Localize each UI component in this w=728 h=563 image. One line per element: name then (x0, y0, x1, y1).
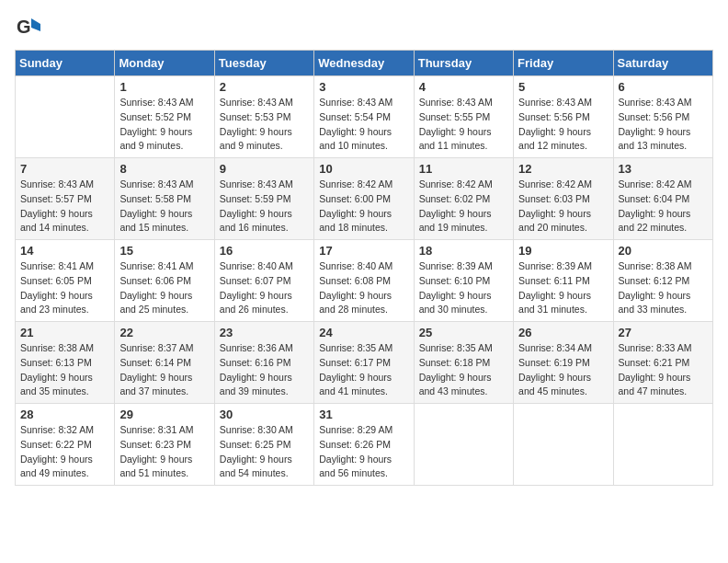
day-info: Sunrise: 8:42 AMSunset: 6:02 PMDaylight:… (419, 178, 508, 236)
day-number: 9 (220, 162, 309, 176)
calendar-cell: 4Sunrise: 8:43 AMSunset: 5:55 PMDaylight… (414, 76, 513, 158)
day-info: Sunrise: 8:38 AMSunset: 6:13 PMDaylight:… (20, 341, 109, 399)
calendar-cell: 25Sunrise: 8:35 AMSunset: 6:18 PMDayligh… (414, 322, 513, 404)
calendar-cell: 1Sunrise: 8:43 AMSunset: 5:52 PMDaylight… (115, 76, 214, 158)
day-number: 17 (319, 244, 408, 258)
day-info: Sunrise: 8:43 AMSunset: 5:58 PMDaylight:… (119, 178, 209, 236)
calendar-cell: 13Sunrise: 8:42 AMSunset: 6:04 PMDayligh… (613, 158, 712, 240)
day-number: 8 (119, 162, 209, 176)
day-info: Sunrise: 8:39 AMSunset: 6:11 PMDaylight:… (518, 259, 608, 317)
calendar-cell: 9Sunrise: 8:43 AMSunset: 5:59 PMDaylight… (214, 158, 313, 240)
day-number: 3 (319, 80, 408, 94)
day-number: 6 (619, 80, 708, 94)
calendar-cell: 30Sunrise: 8:30 AMSunset: 6:25 PMDayligh… (214, 404, 313, 486)
day-info: Sunrise: 8:40 AMSunset: 6:08 PMDaylight:… (319, 259, 408, 317)
calendar-cell: 23Sunrise: 8:36 AMSunset: 6:16 PMDayligh… (214, 322, 313, 404)
day-info: Sunrise: 8:43 AMSunset: 5:52 PMDaylight:… (119, 96, 209, 154)
day-info: Sunrise: 8:42 AMSunset: 6:04 PMDaylight:… (619, 178, 708, 236)
calendar-cell: 19Sunrise: 8:39 AMSunset: 6:11 PMDayligh… (514, 240, 613, 322)
svg-text:G: G (17, 17, 31, 37)
day-info: Sunrise: 8:42 AMSunset: 6:03 PMDaylight:… (518, 178, 608, 236)
day-number: 1 (119, 80, 209, 94)
calendar-cell: 21Sunrise: 8:38 AMSunset: 6:13 PMDayligh… (16, 322, 115, 404)
day-number: 16 (220, 244, 309, 258)
calendar-cell: 17Sunrise: 8:40 AMSunset: 6:08 PMDayligh… (314, 240, 414, 322)
day-info: Sunrise: 8:41 AMSunset: 6:06 PMDaylight:… (119, 259, 209, 317)
day-number: 24 (319, 326, 408, 339)
calendar-cell: 12Sunrise: 8:42 AMSunset: 6:03 PMDayligh… (514, 158, 613, 240)
calendar-cell (16, 76, 115, 158)
day-header-saturday: Saturday (613, 51, 712, 76)
calendar-cell: 10Sunrise: 8:42 AMSunset: 6:00 PMDayligh… (314, 158, 414, 240)
day-number: 11 (419, 162, 508, 176)
calendar-cell: 16Sunrise: 8:40 AMSunset: 6:07 PMDayligh… (214, 240, 313, 322)
day-number: 22 (119, 326, 209, 339)
day-info: Sunrise: 8:43 AMSunset: 5:54 PMDaylight:… (319, 96, 408, 154)
day-info: Sunrise: 8:43 AMSunset: 5:56 PMDaylight:… (518, 96, 608, 154)
day-number: 14 (20, 244, 109, 258)
day-info: Sunrise: 8:38 AMSunset: 6:12 PMDaylight:… (619, 259, 708, 317)
day-number: 20 (619, 244, 708, 258)
day-info: Sunrise: 8:43 AMSunset: 5:59 PMDaylight:… (220, 178, 309, 236)
day-info: Sunrise: 8:31 AMSunset: 6:23 PMDaylight:… (119, 423, 209, 481)
calendar-week-row: 28Sunrise: 8:32 AMSunset: 6:22 PMDayligh… (16, 404, 713, 486)
calendar-cell (414, 404, 513, 486)
day-number: 27 (619, 326, 708, 339)
day-info: Sunrise: 8:29 AMSunset: 6:26 PMDaylight:… (319, 423, 408, 481)
calendar-table: SundayMondayTuesdayWednesdayThursdayFrid… (15, 50, 713, 486)
day-info: Sunrise: 8:30 AMSunset: 6:25 PMDaylight:… (220, 423, 309, 481)
day-number: 2 (220, 80, 309, 94)
day-info: Sunrise: 8:33 AMSunset: 6:21 PMDaylight:… (619, 341, 708, 399)
day-info: Sunrise: 8:37 AMSunset: 6:14 PMDaylight:… (119, 341, 209, 399)
day-number: 18 (419, 244, 508, 258)
day-number: 21 (20, 326, 109, 339)
calendar-cell: 8Sunrise: 8:43 AMSunset: 5:58 PMDaylight… (115, 158, 214, 240)
day-number: 28 (20, 408, 109, 421)
day-number: 25 (419, 326, 508, 339)
calendar-header-row: SundayMondayTuesdayWednesdayThursdayFrid… (16, 51, 713, 76)
calendar-cell: 20Sunrise: 8:38 AMSunset: 6:12 PMDayligh… (613, 240, 712, 322)
calendar-cell: 22Sunrise: 8:37 AMSunset: 6:14 PMDayligh… (115, 322, 214, 404)
day-header-thursday: Thursday (414, 51, 513, 76)
day-info: Sunrise: 8:40 AMSunset: 6:07 PMDaylight:… (220, 259, 309, 317)
calendar-cell: 18Sunrise: 8:39 AMSunset: 6:10 PMDayligh… (414, 240, 513, 322)
day-number: 23 (220, 326, 309, 339)
calendar-cell: 27Sunrise: 8:33 AMSunset: 6:21 PMDayligh… (613, 322, 712, 404)
day-info: Sunrise: 8:32 AMSunset: 6:22 PMDaylight:… (20, 423, 109, 481)
calendar-cell: 28Sunrise: 8:32 AMSunset: 6:22 PMDayligh… (16, 404, 115, 486)
day-number: 13 (619, 162, 708, 176)
page-header: G (15, 15, 713, 40)
day-info: Sunrise: 8:34 AMSunset: 6:19 PMDaylight:… (518, 341, 608, 399)
day-info: Sunrise: 8:43 AMSunset: 5:55 PMDaylight:… (419, 96, 508, 154)
day-info: Sunrise: 8:41 AMSunset: 6:05 PMDaylight:… (20, 259, 109, 317)
calendar-week-row: 21Sunrise: 8:38 AMSunset: 6:13 PMDayligh… (16, 322, 713, 404)
day-header-wednesday: Wednesday (314, 51, 414, 76)
calendar-cell: 26Sunrise: 8:34 AMSunset: 6:19 PMDayligh… (514, 322, 613, 404)
day-number: 29 (119, 408, 209, 421)
day-number: 15 (119, 244, 209, 258)
day-number: 4 (419, 80, 508, 94)
day-number: 19 (518, 244, 608, 258)
day-info: Sunrise: 8:43 AMSunset: 5:56 PMDaylight:… (619, 96, 708, 154)
day-number: 5 (518, 80, 608, 94)
calendar-cell: 2Sunrise: 8:43 AMSunset: 5:53 PMDaylight… (214, 76, 313, 158)
logo: G (15, 15, 44, 40)
calendar-cell (613, 404, 712, 486)
day-info: Sunrise: 8:43 AMSunset: 5:57 PMDaylight:… (20, 178, 109, 236)
day-info: Sunrise: 8:35 AMSunset: 6:18 PMDaylight:… (419, 341, 508, 399)
svg-marker-1 (31, 18, 40, 31)
day-number: 12 (518, 162, 608, 176)
day-number: 30 (220, 408, 309, 421)
calendar-cell: 14Sunrise: 8:41 AMSunset: 6:05 PMDayligh… (16, 240, 115, 322)
day-number: 10 (319, 162, 408, 176)
calendar-cell: 31Sunrise: 8:29 AMSunset: 6:26 PMDayligh… (314, 404, 414, 486)
calendar-cell: 11Sunrise: 8:42 AMSunset: 6:02 PMDayligh… (414, 158, 513, 240)
calendar-week-row: 7Sunrise: 8:43 AMSunset: 5:57 PMDaylight… (16, 158, 713, 240)
day-info: Sunrise: 8:36 AMSunset: 6:16 PMDaylight:… (220, 341, 309, 399)
calendar-cell: 7Sunrise: 8:43 AMSunset: 5:57 PMDaylight… (16, 158, 115, 240)
calendar-cell: 24Sunrise: 8:35 AMSunset: 6:17 PMDayligh… (314, 322, 414, 404)
calendar-week-row: 14Sunrise: 8:41 AMSunset: 6:05 PMDayligh… (16, 240, 713, 322)
calendar-cell (514, 404, 613, 486)
day-header-friday: Friday (514, 51, 613, 76)
day-header-monday: Monday (115, 51, 214, 76)
